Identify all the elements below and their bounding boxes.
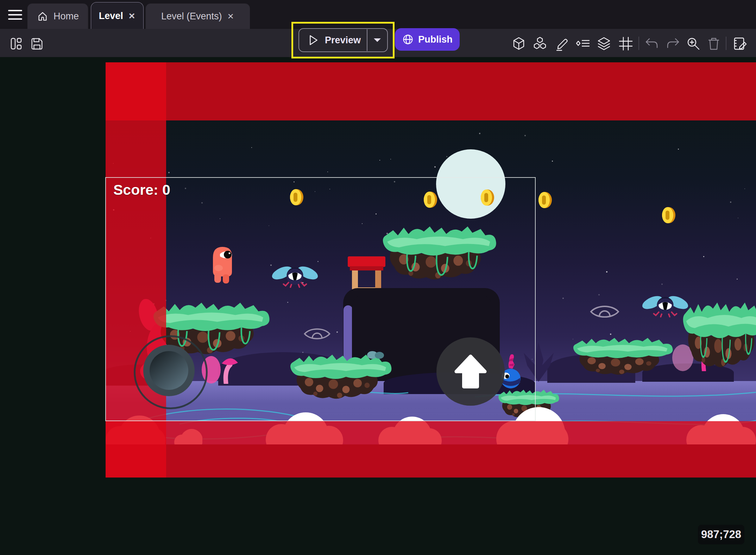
save-icon[interactable] xyxy=(29,36,44,51)
grid-icon[interactable] xyxy=(618,36,634,51)
coordinates-value: 987;728 xyxy=(701,528,741,541)
layers-icon[interactable] xyxy=(596,36,612,51)
object-groups-icon[interactable] xyxy=(532,36,548,51)
undo-icon[interactable] xyxy=(644,36,660,51)
pencil-icon[interactable] xyxy=(555,36,570,51)
score-text[interactable]: Score: 0 xyxy=(113,182,170,198)
layout-icon[interactable] xyxy=(8,36,24,51)
arrow-up-icon xyxy=(449,350,492,393)
tab-level-events-label: Level (Events) xyxy=(161,11,222,22)
preview-button[interactable]: Preview xyxy=(298,28,388,52)
hamburger-menu-icon[interactable] xyxy=(7,8,23,22)
publish-label: Publish xyxy=(418,34,453,45)
instances-list-icon[interactable] xyxy=(575,36,591,51)
scene-editor-canvas[interactable]: Score: 0 987;728 xyxy=(0,57,756,555)
close-icon[interactable]: × xyxy=(227,11,235,21)
toolbar-divider xyxy=(726,37,726,50)
chevron-down-icon[interactable] xyxy=(367,37,387,43)
jump-button[interactable] xyxy=(436,337,505,406)
red-border-top[interactable] xyxy=(106,62,756,120)
trash-icon[interactable] xyxy=(706,36,722,51)
cube-icon[interactable] xyxy=(511,36,527,51)
red-border-bottom[interactable] xyxy=(106,421,756,478)
globe-icon xyxy=(402,33,414,45)
publish-button[interactable]: Publish xyxy=(395,28,460,51)
app-window: Home Level × Level (Events) × Preview xyxy=(0,0,756,555)
joystick-inner xyxy=(150,351,188,390)
close-icon[interactable]: × xyxy=(128,11,136,21)
cursor-coordinates-badge: 987;728 xyxy=(698,525,744,544)
tab-level[interactable]: Level × xyxy=(91,2,144,29)
tab-home[interactable]: Home xyxy=(27,4,88,29)
edit-scene-icon[interactable] xyxy=(732,36,749,51)
play-icon xyxy=(308,35,319,46)
tab-home-label: Home xyxy=(53,11,79,22)
tab-level-label: Level xyxy=(99,11,123,21)
redo-icon[interactable] xyxy=(665,36,681,51)
home-icon xyxy=(37,10,49,22)
preview-label: Preview xyxy=(319,35,367,46)
tab-level-events[interactable]: Level (Events) × xyxy=(146,4,250,29)
zoom-in-icon[interactable] xyxy=(686,36,701,51)
toolbar-divider xyxy=(638,37,639,50)
